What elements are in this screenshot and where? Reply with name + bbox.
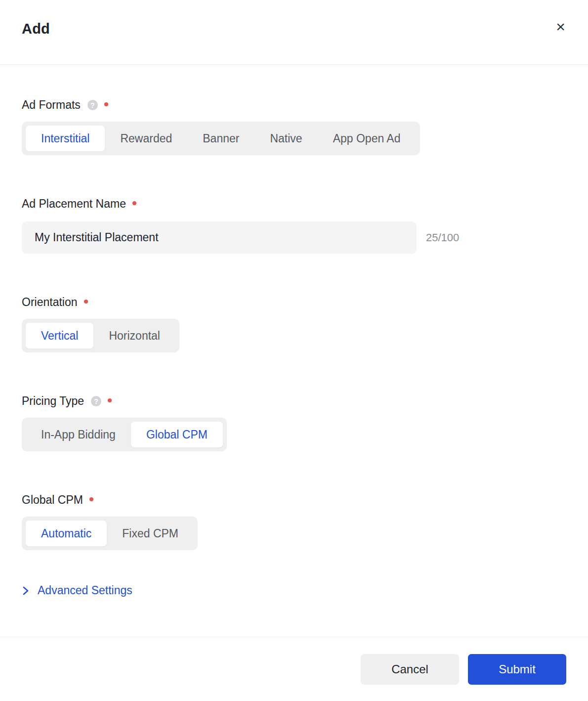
ad-formats-label-row: Ad Formats ?: [22, 98, 566, 112]
orientation-label-row: Orientation: [22, 296, 566, 309]
advanced-settings-link[interactable]: Advanced Settings: [22, 584, 132, 597]
tab-in-app-bidding[interactable]: In-App Bidding: [26, 422, 131, 447]
tab-vertical[interactable]: Vertical: [26, 323, 93, 349]
global-cpm-label: Global CPM: [22, 493, 83, 507]
global-cpm-segmented-control: Automatic Fixed CPM: [22, 517, 198, 550]
tab-native[interactable]: Native: [254, 126, 317, 151]
tab-rewarded[interactable]: Rewarded: [105, 126, 187, 151]
ad-placement-name-label-row: Ad Placement Name: [22, 197, 566, 211]
tab-banner[interactable]: Banner: [187, 126, 254, 151]
modal-header: Add ×: [0, 0, 588, 65]
ad-formats-section: Ad Formats ? Interstitial Rewarded Banne…: [22, 98, 566, 155]
modal-footer: Cancel Submit: [0, 637, 588, 701]
tab-fixed-cpm[interactable]: Fixed CPM: [107, 521, 194, 546]
orientation-section: Orientation Vertical Horizontal: [22, 296, 566, 352]
ad-formats-label: Ad Formats: [22, 98, 81, 112]
add-modal: Add × Ad Formats ? Interstitial Rewarded…: [0, 0, 588, 701]
ad-placement-name-section: Ad Placement Name 25/100: [22, 197, 566, 254]
ad-placement-name-label: Ad Placement Name: [22, 197, 126, 211]
tab-interstitial[interactable]: Interstitial: [26, 126, 105, 151]
pricing-type-label: Pricing Type: [22, 394, 84, 408]
ad-placement-name-input[interactable]: [22, 221, 417, 254]
advanced-settings-label: Advanced Settings: [38, 584, 132, 597]
required-dot: [132, 201, 136, 205]
help-icon[interactable]: ?: [91, 396, 101, 406]
tab-automatic[interactable]: Automatic: [26, 521, 107, 546]
page-title: Add: [22, 21, 50, 37]
required-dot: [108, 398, 112, 402]
required-dot: [104, 102, 108, 106]
tab-horizontal[interactable]: Horizontal: [93, 323, 175, 349]
tab-app-open-ad[interactable]: App Open Ad: [318, 126, 416, 151]
modal-body: Ad Formats ? Interstitial Rewarded Banne…: [0, 98, 588, 599]
pricing-type-label-row: Pricing Type ?: [22, 394, 566, 408]
orientation-segmented-control: Vertical Horizontal: [22, 319, 179, 352]
required-dot: [89, 497, 93, 501]
tab-global-cpm[interactable]: Global CPM: [131, 422, 223, 447]
help-icon[interactable]: ?: [87, 100, 98, 110]
ad-placement-name-input-row: 25/100: [22, 221, 566, 254]
orientation-label: Orientation: [22, 296, 78, 309]
chevron-right-icon: [22, 585, 29, 597]
close-icon[interactable]: ×: [555, 19, 566, 35]
ad-formats-segmented-control: Interstitial Rewarded Banner Native App …: [22, 122, 420, 155]
char-counter: 25/100: [426, 231, 459, 244]
cancel-button[interactable]: Cancel: [361, 654, 459, 685]
global-cpm-section: Global CPM Automatic Fixed CPM: [22, 493, 566, 550]
pricing-type-section: Pricing Type ? In-App Bidding Global CPM: [22, 394, 566, 451]
global-cpm-label-row: Global CPM: [22, 493, 566, 507]
required-dot: [84, 300, 88, 304]
submit-button[interactable]: Submit: [468, 654, 566, 685]
pricing-type-segmented-control: In-App Bidding Global CPM: [22, 418, 227, 451]
